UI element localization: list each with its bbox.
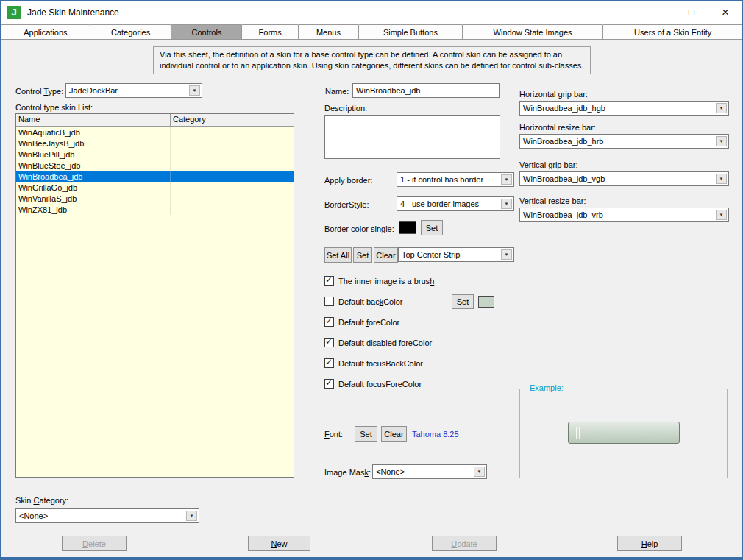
chevron-down-icon[interactable]: ▼ — [501, 199, 512, 209]
font-label: Font: — [324, 430, 343, 439]
table-row[interactable]: WinAquaticB_jdb — [16, 127, 294, 138]
tab-simple-buttons[interactable]: Simple Buttons — [358, 24, 463, 39]
horizontal-grip-bar-value: WinBroadbea_jdb_hgb — [520, 104, 714, 113]
checkbox-default-disabled-forecolor[interactable]: Default disabled foreColor — [324, 338, 432, 347]
name-label: Name: — [325, 87, 349, 96]
table-row[interactable]: WinVanillaS_jdb — [16, 193, 294, 204]
grip-line-icon — [579, 427, 580, 439]
horizontal-grip-bar-label: Horizontal grip bar: — [519, 90, 588, 99]
update-button[interactable]: Update — [432, 536, 497, 551]
tab-categories[interactable]: Categories — [90, 24, 172, 39]
cell-category — [171, 193, 175, 204]
checkbox-box[interactable] — [324, 276, 334, 286]
window-title: Jade Skin Maintenance — [27, 7, 119, 18]
skin-list-label: Control type skin List: — [15, 103, 93, 112]
strip-set-all-button[interactable]: Set All — [324, 247, 352, 263]
vertical-resize-bar-label: Vertical resize bar: — [519, 196, 586, 205]
checkbox-default-forecolor[interactable]: Default foreColor — [324, 317, 399, 327]
checkbox-inner-image-brush[interactable]: The inner image is a brush — [324, 276, 434, 286]
title-bar: J Jade Skin Maintenance — □ × — [1, 1, 742, 24]
chevron-down-icon[interactable]: ▼ — [186, 511, 197, 521]
vertical-grip-bar-select[interactable]: WinBroadbea_jdb_vgb ▼ — [519, 171, 729, 186]
strip-select[interactable]: Top Center Strip ▼ — [398, 247, 514, 262]
new-button[interactable]: New — [248, 536, 310, 551]
table-row[interactable]: WinZX81_jdb — [16, 204, 294, 215]
checkbox-box[interactable] — [324, 358, 334, 368]
chevron-down-icon[interactable]: ▼ — [716, 174, 727, 184]
cell-category — [171, 127, 175, 138]
skin-category-value: <None> — [16, 511, 185, 520]
horizontal-grip-bar-select[interactable]: WinBroadbea_jdb_hgb ▼ — [519, 101, 729, 116]
checkbox-default-focusbackcolor[interactable]: Default focusBackColor — [324, 358, 423, 368]
tab-applications[interactable]: Applications — [1, 24, 90, 39]
strip-value: Top Center Strip — [399, 250, 500, 259]
minimize-icon[interactable]: — — [641, 1, 675, 24]
chevron-down-icon[interactable]: ▼ — [716, 136, 727, 146]
border-style-value: 4 - use border images — [397, 199, 500, 208]
delete-button[interactable]: Delete — [62, 536, 127, 551]
tab-users-of-a-skin-entity[interactable]: Users of a Skin Entity — [602, 24, 743, 39]
chevron-down-icon[interactable]: ▼ — [716, 210, 727, 220]
control-type-select[interactable]: JadeDockBar ▼ — [65, 83, 202, 98]
cell-name: WinBlueStee_jdb — [16, 160, 171, 171]
border-color-label: Border color single: — [324, 224, 394, 233]
chevron-down-icon[interactable]: ▼ — [189, 85, 200, 96]
border-color-set-button[interactable]: Set — [421, 220, 443, 235]
maximize-icon[interactable]: □ — [675, 1, 708, 24]
tab-window-state-images[interactable]: Window State Images — [462, 24, 604, 39]
table-row[interactable]: WinGrillaGo_jdb — [16, 182, 294, 193]
vertical-grip-bar-value: WinBroadbea_jdb_vgb — [520, 174, 714, 183]
checkbox-default-focusforecolor[interactable]: Default focusForeColor — [324, 379, 422, 389]
checkbox-box[interactable] — [324, 317, 334, 327]
apply-border-select[interactable]: 1 - if control has border ▼ — [397, 172, 514, 187]
checkbox-default-backcolor[interactable]: Default backColor — [324, 297, 402, 306]
cell-category — [171, 160, 175, 171]
border-style-select[interactable]: 4 - use border images ▼ — [397, 196, 514, 211]
tab-controls[interactable]: Controls — [171, 24, 242, 39]
column-header-category: Category — [171, 114, 294, 126]
cell-name: WinBluePill_jdb — [16, 149, 171, 160]
horizontal-resize-bar-select[interactable]: WinBroadbea_jdb_hrb ▼ — [519, 134, 729, 149]
font-clear-button[interactable]: Clear — [381, 426, 407, 442]
skin-category-select[interactable]: <None> ▼ — [15, 508, 199, 523]
skin-list-header: Name Category — [16, 114, 294, 127]
skin-list-table[interactable]: Name Category WinAquaticB_jdb WinBeeJays… — [15, 113, 294, 478]
strip-clear-button[interactable]: Clear — [374, 247, 398, 263]
strip-set-button[interactable]: Set — [353, 247, 372, 263]
table-row[interactable]: WinBluePill_jdb — [16, 149, 294, 160]
horizontal-resize-bar-label: Horizontal resize bar: — [519, 123, 596, 132]
close-icon[interactable]: × — [708, 1, 742, 24]
checkbox-box[interactable] — [324, 297, 334, 306]
cell-name: WinZX81_jdb — [16, 204, 171, 215]
chevron-down-icon[interactable]: ▼ — [474, 467, 485, 477]
description-textarea[interactable] — [324, 115, 500, 159]
chevron-down-icon[interactable]: ▼ — [716, 103, 727, 113]
backcolor-swatch — [478, 296, 494, 308]
checkbox-label: Default focusBackColor — [338, 359, 423, 368]
font-value: Tahoma 8.25 — [412, 430, 459, 439]
tab-menus[interactable]: Menus — [298, 24, 359, 39]
name-input[interactable] — [352, 83, 500, 98]
checkbox-box[interactable] — [324, 379, 334, 389]
example-label: Example: — [527, 383, 566, 392]
checkbox-box[interactable] — [324, 338, 334, 347]
cell-name: WinVanillaS_jdb — [16, 193, 171, 204]
table-row[interactable]: WinBeeJaysB_jdb — [16, 138, 294, 149]
grip-line-icon — [576, 427, 577, 439]
image-mask-select[interactable]: <None> ▼ — [372, 464, 487, 479]
window-controls: — □ × — [641, 1, 742, 24]
vertical-resize-bar-select[interactable]: WinBroadbea_jdb_vrb ▼ — [519, 208, 729, 222]
column-header-name: Name — [16, 114, 171, 126]
cell-category — [171, 204, 175, 215]
cell-category — [171, 171, 175, 182]
table-row[interactable]: WinBroadbea_jdb — [16, 171, 294, 182]
tab-forms[interactable]: Forms — [241, 24, 298, 39]
chevron-down-icon[interactable]: ▼ — [501, 174, 512, 185]
font-set-button[interactable]: Set — [355, 426, 377, 442]
table-row[interactable]: WinBlueStee_jdb — [16, 160, 294, 171]
checkbox-label: The inner image is a brush — [338, 277, 434, 286]
help-button[interactable]: Help — [617, 536, 682, 551]
description-label: Description: — [324, 104, 367, 113]
chevron-down-icon[interactable]: ▼ — [501, 249, 512, 260]
backcolor-set-button[interactable]: Set — [452, 294, 474, 309]
